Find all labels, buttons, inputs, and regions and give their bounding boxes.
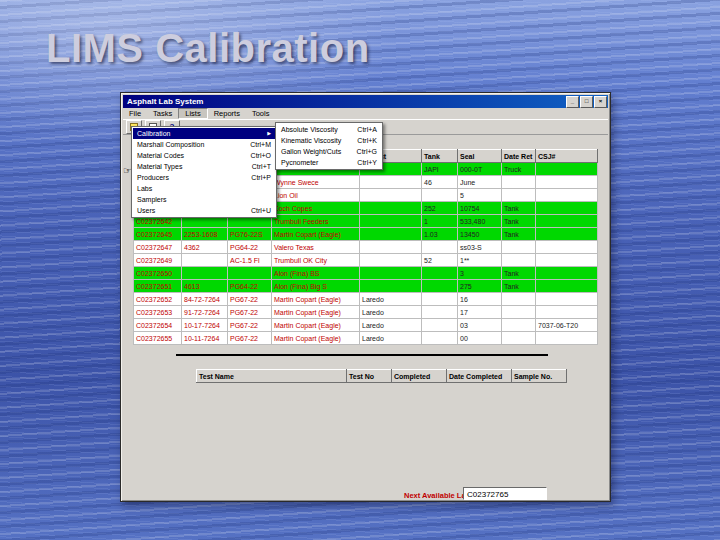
table-cell: PG67-22 [228,293,272,306]
menu-item-material-codes[interactable]: Material CodesCtrl+O [133,150,275,161]
column-header[interactable]: Date Ret [502,150,536,163]
table-cell: PG76-22S [228,228,272,241]
menu-item-users[interactable]: UsersCtrl+U [133,205,275,216]
table-cell [360,241,422,254]
table-cell: Lion Oil [272,189,360,202]
column-header[interactable]: Seal [458,150,502,163]
menu-item-shortcut: Ctrl+T [244,161,271,172]
table-cell [422,189,458,202]
table-cell [536,241,598,254]
column-header[interactable]: Test No [347,370,392,383]
test-table: Test NameTest NoCompletedDate CompletedS… [196,369,567,383]
table-cell: 10-17-7264 [182,319,228,332]
table-cell [536,254,598,267]
menu-item-material-types[interactable]: Material TypesCtrl+T [133,161,275,172]
menu-item-producers[interactable]: ProducersCtrl+P [133,172,275,183]
column-header[interactable]: CSJ# [536,150,598,163]
table-cell: C02372650 [134,267,182,280]
menu-item-labs[interactable]: Labs [133,183,275,194]
window-titlebar[interactable]: Asphalt Lab System _□× [123,95,608,108]
table-cell: 13450 [458,228,502,241]
column-header[interactable]: Tank [422,150,458,163]
close-button[interactable]: × [594,96,607,108]
window-controls: _□× [566,96,607,108]
menu-item-shortcut: Ctrl+O [243,150,271,161]
column-header[interactable]: Test Name [197,370,347,383]
separator-line [176,354,548,356]
column-header[interactable]: Sample No. [512,370,567,383]
menu-item-shortcut: Ctrl+A [349,124,377,135]
table-cell: 275 [458,280,502,293]
minimize-button[interactable]: _ [566,96,579,108]
table-cell [360,189,422,202]
menu-item-label: Gallon Weight/Cuts [281,146,341,157]
menu-reports[interactable]: Reports [208,108,246,119]
table-cell: 5 [458,189,502,202]
table-cell: Tank [502,202,536,215]
table-row[interactable]: C0237265391-72-7264PG67-22Martin Copart … [134,306,598,319]
table-cell [536,332,598,345]
table-row[interactable]: C02372650Alon (Fina) BS3Tank [134,267,598,280]
table-cell [360,176,422,189]
table-cell: C02372649 [134,254,182,267]
table-cell [422,306,458,319]
table-row[interactable]: C023726452253-1608PG76-22SMartin Copart … [134,228,598,241]
table-cell: 252 [422,202,458,215]
maximize-button[interactable]: □ [580,96,593,108]
submenu-item-kinematic-viscosity[interactable]: Kinematic ViscosityCtrl+K [277,135,381,146]
table-cell [360,202,422,215]
table-cell: Martin Copart (Eagle) [272,293,360,306]
menubar: FileTasksListsReportsTools [123,108,608,119]
table-row[interactable]: C023726514613PG64-22Alon (Fina) Big S275… [134,280,598,293]
menu-item-shortcut: Ctrl+U [243,205,271,216]
table-row[interactable]: C0237265510-11-7264PG67-22Martin Copart … [134,332,598,345]
table-row[interactable]: C0237265284-72-7264PG67-22Martin Copart … [134,293,598,306]
table-cell: 46 [422,176,458,189]
app-window: Asphalt Lab System _□× FileTasksListsRep… [120,92,611,502]
submenu-item-pycnometer[interactable]: PycnometerCtrl+Y [277,157,381,168]
menu-file[interactable]: File [123,108,147,119]
menu-lists[interactable]: Lists [178,108,207,119]
table-cell [502,189,536,202]
table-cell: 4613 [182,280,228,293]
table-cell [182,254,228,267]
table-cell [422,293,458,306]
column-header[interactable]: Date Completed [447,370,512,383]
menu-item-samplers[interactable]: Samplers [133,194,275,205]
table-cell [536,215,598,228]
menu-tasks[interactable]: Tasks [147,108,178,119]
table-cell: 91-72-7264 [182,306,228,319]
table-cell: AC-1.5 Fl [228,254,272,267]
menu-tools[interactable]: Tools [246,108,276,119]
submenu-item-absolute-viscosity[interactable]: Absolute ViscosityCtrl+A [277,124,381,135]
table-cell: Wynne Swece [272,176,360,189]
menu-item-shortcut: Ctrl+K [349,135,377,146]
table-cell: Martin Copart (Eagle) [272,228,360,241]
menu-item-label: Users [137,205,155,216]
next-available-lab-value[interactable]: C02372765 [463,487,547,500]
table-cell: Alon (Fina) Big S [272,280,360,293]
menu-item-calibration[interactable]: Calibration▶ [133,128,275,139]
table-cell: Martin Copart (Eagle) [272,319,360,332]
menu-item-label: Calibration [137,128,170,139]
menu-item-label: Pycnometer [281,157,318,168]
table-row[interactable]: C0237265410-17-7264PG67-22Martin Copart … [134,319,598,332]
submenu-item-gallon-weight-cuts[interactable]: Gallon Weight/CutsCtrl+G [277,146,381,157]
table-cell: Martin Copart (Eagle) [272,306,360,319]
table-cell [360,280,422,293]
table-cell [182,267,228,280]
column-header[interactable]: Completed [392,370,447,383]
table-cell: C02372645 [134,228,182,241]
slide: LIMS Calibration Asphalt Lab System _□× … [0,0,720,540]
table-cell [536,202,598,215]
menu-item-marshall-composition[interactable]: Marshall CompositionCtrl+M [133,139,275,150]
menu-item-shortcut: Ctrl+Y [349,157,377,168]
table-cell: Tank [502,280,536,293]
table-cell: 52 [422,254,458,267]
table-cell: PG64-22 [228,280,272,293]
table-row[interactable]: C02372649AC-1.5 FlTrumbull OK City521** [134,254,598,267]
table-cell [536,280,598,293]
table-cell: 17 [458,306,502,319]
header-row: Test NameTest NoCompletedDate CompletedS… [197,370,567,383]
table-row[interactable]: C023726474362PG64-22Valero Texasss03-S [134,241,598,254]
